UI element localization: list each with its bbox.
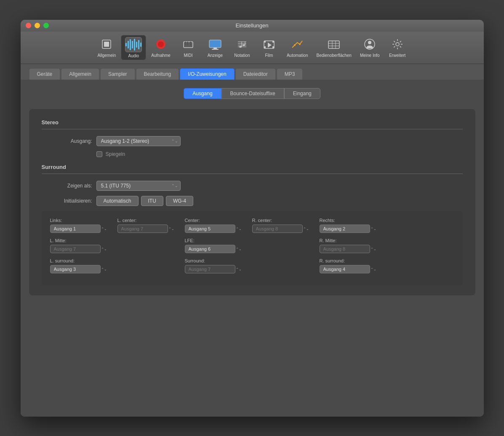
ausgang-select-wrapper[interactable]: Ausgang 1-2 (Stereo) Ausgang 3-4 Ausgang… [96, 136, 181, 146]
svg-rect-22 [264, 46, 266, 48]
erweitert-label: Erweitert [389, 53, 405, 58]
r-mitte-select[interactable]: Ausgang 8 [320, 245, 370, 253]
surround-label: Surround: [185, 258, 244, 263]
svg-line-40 [400, 46, 401, 47]
r-center-select[interactable]: Ausgang 8 [252, 225, 303, 233]
zeigen-als-select[interactable]: 5.1 (ITU 775) 5.1 (Film) 7.1 Quad [96, 181, 181, 191]
zeigen-als-select-wrapper[interactable]: 5.1 (ITU 775) 5.1 (Film) 7.1 Quad [96, 181, 181, 191]
sub-tab-bounce[interactable]: Bounce-Dateisuffixe [221, 88, 284, 99]
toolbar-item-audio[interactable]: Audio [121, 35, 146, 60]
initialisieren-label: Initialisieren: [42, 198, 92, 204]
l-mitte-select[interactable]: Ausgang 7 [50, 245, 101, 253]
tab-io-zuweisungen[interactable]: I/O-Zuweisungen [180, 68, 234, 80]
toolbar-item-anzeige[interactable]: Anzeige [203, 35, 228, 60]
tab-allgemein[interactable]: Allgemein [61, 68, 99, 80]
links-select-wrapper[interactable]: Ausgang 1 Ausgang 2 [50, 225, 109, 233]
toolbar-item-automation[interactable]: Automation [283, 35, 312, 60]
surround-title: Surround [42, 164, 463, 170]
svg-marker-24 [268, 43, 272, 48]
tab-dateieditor[interactable]: Dateieditor [235, 68, 276, 80]
surround-col: Surround: Ausgang 7 [185, 258, 244, 273]
zeigen-als-row: Zeigen als: 5.1 (ITU 775) 5.1 (Film) 7.1… [42, 181, 463, 191]
l-surround-select-wrapper[interactable]: Ausgang 3 [50, 265, 109, 273]
l-surround-select[interactable]: Ausgang 3 [50, 265, 101, 273]
sub-tab-eingang[interactable]: Eingang [284, 88, 320, 99]
toolbar-item-midi[interactable]: MIDI [176, 35, 201, 60]
toolbar-item-notation[interactable]: Notation [229, 35, 255, 60]
film-label: Film [265, 53, 273, 58]
r-center-label: R. center: [252, 218, 311, 223]
center-select-wrapper[interactable]: Ausgang 5 [185, 225, 244, 233]
toolbar-item-aufnahme[interactable]: Aufnahme [148, 35, 174, 60]
r-surround-col: R. surround: Ausgang 4 [320, 258, 379, 273]
tab-bearbeitung[interactable]: Bearbeitung [136, 68, 179, 80]
tab-mp3[interactable]: MP3 [277, 68, 303, 80]
close-button[interactable] [26, 23, 31, 28]
meineinfo-label: Meine Info [360, 53, 380, 58]
aufnahme-icon [152, 37, 169, 52]
svg-point-3 [158, 41, 164, 47]
aufnahme-label: Aufnahme [151, 53, 171, 58]
erweitert-icon [389, 37, 406, 52]
svg-point-33 [368, 41, 371, 44]
l-center-select[interactable]: Ausgang 7 [117, 225, 168, 233]
l-center-col: L. center: Ausgang 7 [117, 218, 176, 233]
init-automatisch-button[interactable]: Automatisch [96, 196, 139, 206]
lfe-select[interactable]: Ausgang 6 [185, 245, 235, 253]
svg-rect-7 [190, 42, 191, 45]
allgemein-icon [98, 37, 115, 52]
svg-line-41 [400, 41, 401, 42]
toolbar-item-allgemein[interactable]: Allgemein [94, 35, 119, 60]
main-tabs-bar: Geräte Allgemein Sampler Bearbeitung I/O… [21, 64, 484, 80]
init-wg4-button[interactable]: WG-4 [166, 196, 193, 206]
sub-tab-ausgang[interactable]: Ausgang [184, 88, 221, 99]
r-surround-select-wrapper[interactable]: Ausgang 4 [320, 265, 379, 273]
rechts-select[interactable]: Ausgang 2 [320, 225, 370, 233]
ausgang-row: Ausgang: Ausgang 1-2 (Stereo) Ausgang 3-… [42, 136, 463, 146]
minimize-button[interactable] [35, 23, 40, 28]
l-center-label: L. center: [117, 218, 176, 223]
sub-tabs-bar: Ausgang Bounce-Dateisuffixe Eingang [29, 88, 475, 99]
lfe-select-wrapper[interactable]: Ausgang 6 [185, 245, 244, 253]
anzeige-label: Anzeige [208, 53, 223, 58]
r-mitte-select-wrapper[interactable]: Ausgang 8 [320, 245, 379, 253]
surround-row-3: L. surround: Ausgang 3 Surround: [50, 258, 454, 273]
links-select[interactable]: Ausgang 1 Ausgang 2 [50, 225, 101, 233]
rechts-select-wrapper[interactable]: Ausgang 2 [320, 225, 379, 233]
l-center-select-wrapper[interactable]: Ausgang 7 [117, 225, 176, 233]
toolbar-item-film[interactable]: Film [256, 35, 282, 60]
anzeige-icon [207, 37, 224, 52]
audio-label: Audio [128, 53, 139, 58]
spiegeln-checkbox[interactable] [96, 151, 102, 157]
window-title: Einstellungen [235, 22, 268, 29]
tab-sampler[interactable]: Sampler [100, 68, 135, 80]
svg-rect-5 [185, 42, 186, 45]
surround-select[interactable]: Ausgang 7 [185, 265, 235, 273]
toolbar-item-meineinfo[interactable]: Meine Info [357, 35, 383, 60]
svg-rect-1 [104, 42, 109, 47]
toolbar-item-erweitert[interactable]: Erweitert [385, 35, 410, 60]
surround-row-2: L. Mitte: Ausgang 7 LFE: [50, 238, 454, 253]
window-buttons [26, 23, 49, 28]
ausgang-select[interactable]: Ausgang 1-2 (Stereo) Ausgang 3-4 Ausgang… [96, 136, 181, 146]
svg-rect-10 [212, 49, 219, 50]
surround-select-wrapper[interactable]: Ausgang 7 [185, 265, 244, 273]
notation-label: Notation [234, 53, 250, 58]
maximize-button[interactable] [43, 23, 49, 28]
initialisieren-row: Initialisieren: Automatisch ITU WG-4 [42, 196, 463, 206]
l-mitte-select-wrapper[interactable]: Ausgang 7 [50, 245, 109, 253]
r-surround-select[interactable]: Ausgang 4 [320, 265, 370, 273]
surround-row-1: Links: Ausgang 1 Ausgang 2 L. center: [50, 218, 454, 233]
tab-geraete[interactable]: Geräte [29, 68, 61, 80]
svg-rect-9 [213, 48, 217, 49]
meineinfo-icon [361, 37, 378, 52]
r-center-select-wrapper[interactable]: Ausgang 8 [252, 225, 311, 233]
center-label: Center: [185, 218, 244, 223]
main-window: Einstellungen Allgemein [21, 20, 484, 417]
toolbar-item-bedienoberflaechen[interactable]: Bedienoberflächen [313, 35, 355, 60]
init-btn-group: Automatisch ITU WG-4 [96, 196, 194, 206]
init-itu-button[interactable]: ITU [141, 196, 163, 206]
links-label: Links: [50, 218, 109, 223]
center-select[interactable]: Ausgang 5 [185, 225, 235, 233]
svg-rect-27 [328, 41, 339, 48]
